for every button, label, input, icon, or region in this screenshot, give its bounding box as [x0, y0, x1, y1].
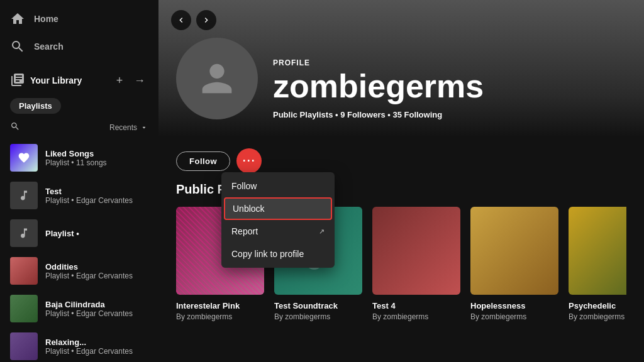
context-menu-copy-link[interactable]: Copy link to profile — [221, 243, 335, 265]
actions-row: Follow ··· Follow Unblock Report ↗ Copy … — [158, 137, 644, 180]
liked-songs-info: Liked Songs Playlist • 11 songs — [45, 149, 148, 167]
context-menu-unblock[interactable]: Unblock — [224, 197, 332, 220]
playlist-info: Playlist • — [45, 229, 148, 238]
profile-name: zombiegerms — [273, 70, 484, 102]
profile-info: Profile zombiegerms Public Playlists • 9… — [273, 58, 484, 119]
liked-songs-thumb — [10, 144, 38, 172]
follow-button[interactable]: Follow — [176, 151, 230, 171]
test-info: Test Playlist • Edgar Cervantes — [45, 187, 148, 205]
your-library-title[interactable]: Your Library — [10, 72, 104, 89]
baja-thumb — [10, 295, 38, 322]
more-options-button[interactable]: ··· — [238, 150, 260, 172]
test-thumb — [10, 182, 38, 209]
topbar — [158, 0, 644, 40]
add-library-button[interactable]: + — [111, 72, 128, 89]
playlist-card-test4[interactable]: Test 4 By zombiegerms — [372, 207, 460, 321]
playlists-filter: Playlists — [0, 96, 158, 119]
library-list: Liked Songs Playlist • 11 songs Test Pla… — [0, 139, 158, 362]
external-link-icon: ↗ — [319, 228, 325, 236]
home-icon — [10, 11, 25, 26]
relaxing-thumb — [10, 332, 38, 360]
sidebar-item-search[interactable]: Search — [0, 33, 158, 60]
main-content: Profile zombiegerms Public Playlists • 9… — [158, 0, 644, 362]
recents-label[interactable]: Recents — [109, 123, 148, 132]
context-menu-follow[interactable]: Follow — [221, 175, 335, 197]
playlist-card-psychedelic[interactable]: Psychedelic By zombiegerms — [569, 207, 626, 321]
forward-button[interactable] — [196, 10, 216, 30]
profile-stats-text: Public Playlists • 9 Followers • 35 Foll… — [273, 110, 442, 119]
sidebar-nav: Home Search — [0, 0, 158, 65]
lib-item-liked-songs[interactable]: Liked Songs Playlist • 11 songs — [5, 139, 153, 177]
profile-avatar — [176, 38, 258, 119]
expand-library-button[interactable]: → — [131, 72, 148, 89]
filter-search-icon[interactable] — [10, 121, 20, 134]
sidebar: Home Search Your Library + → Playlists R… — [0, 0, 158, 362]
liked-songs-name: Liked Songs — [45, 149, 148, 158]
hopelessness-thumb — [470, 207, 558, 295]
liked-songs-sub: Playlist • 11 songs — [45, 158, 148, 167]
sidebar-home-label: Home — [34, 14, 58, 24]
sidebar-search-label: Search — [34, 41, 64, 52]
search-icon — [10, 39, 25, 54]
psychedelic-thumb — [569, 207, 626, 295]
lib-item-oddities[interactable]: Oddities Playlist • Edgar Cervantes — [5, 252, 153, 290]
oddities-thumb — [10, 257, 38, 285]
library-actions: + → — [111, 72, 148, 89]
profile-stats: Public Playlists • 9 Followers • 35 Foll… — [273, 110, 484, 119]
sidebar-item-home[interactable]: Home — [0, 5, 158, 33]
lib-item-playlist[interactable]: Playlist • — [5, 214, 153, 252]
context-menu: Follow Unblock Report ↗ Copy link to pro… — [221, 172, 335, 268]
test4-thumb — [372, 207, 460, 295]
oddities-info: Oddities Playlist • Edgar Cervantes — [45, 262, 148, 280]
context-menu-report[interactable]: Report ↗ — [221, 220, 335, 243]
playlist-thumb — [10, 219, 38, 247]
playlists-filter-button[interactable]: Playlists — [10, 98, 61, 114]
baja-info: Baja Cilindrada Playlist • Edgar Cervant… — [45, 300, 148, 318]
playlist-card-hopelessness[interactable]: Hopelessness By zombiegerms — [470, 207, 558, 321]
search-filter-row: Recents — [0, 119, 158, 139]
relaxing-info: Relaxing... Playlist • Edgar Cervantes — [45, 337, 148, 356]
lib-item-test[interactable]: Test Playlist • Edgar Cervantes — [5, 177, 153, 214]
back-button[interactable] — [171, 10, 191, 30]
library-icon — [10, 72, 25, 89]
lib-item-relaxing[interactable]: Relaxing... Playlist • Edgar Cervantes — [5, 327, 153, 362]
profile-type-label: Profile — [273, 58, 484, 67]
lib-item-baja[interactable]: Baja Cilindrada Playlist • Edgar Cervant… — [5, 290, 153, 327]
your-library-header: Your Library + → — [0, 65, 158, 96]
